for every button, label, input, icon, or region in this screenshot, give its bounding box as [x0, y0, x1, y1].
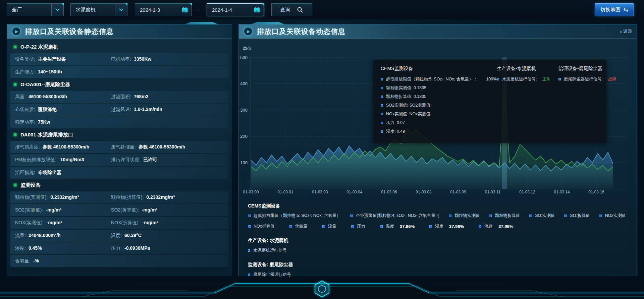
legend-item-label: NOx折算值 — [254, 224, 275, 229]
info-cell: 布袋材质:覆膜涤纶 — [15, 107, 111, 113]
info-row: 排气筒高度:参数 46100-55300m/h废气处理量:参数 46100-55… — [10, 141, 228, 153]
info-row: 颗粒物(实测值):0.2332mg/m³颗粒物(折算值):0.2332mg/m³ — [10, 191, 228, 203]
legend-item[interactable]: 流量 — [322, 224, 336, 229]
legend-item[interactable]: 压力 — [351, 224, 365, 229]
legend-cems-title: CEMS监测设备 — [248, 203, 626, 209]
info-label: 过滤面积: — [111, 94, 131, 100]
legend-item[interactable]: NOx折算值 — [248, 224, 275, 229]
blue-square-icon — [564, 215, 567, 217]
info-label: 湿度: — [15, 245, 26, 251]
legend-item[interactable]: SO:折算值 — [564, 213, 590, 219]
info-value: 参数 46100-55300m/h — [139, 144, 185, 150]
plant-select-chevron[interactable] — [51, 4, 63, 16]
info-cell: 风量:46100-55300m3/h — [15, 94, 111, 100]
legend-item[interactable]: 湿度37.96% — [429, 224, 464, 229]
blue-square-icon — [381, 78, 383, 80]
info-label: 布袋材质: — [15, 107, 35, 113]
device-select-value: 水泥磨机 — [71, 7, 115, 13]
section-header: O-DA001--磨尾除尘器 — [10, 79, 228, 90]
svg-text:01-03 16: 01-03 16 — [588, 190, 604, 194]
legend-item-label: 流速 — [484, 224, 493, 229]
device-select[interactable]: 水泥磨机 — [70, 3, 127, 16]
dynamic-panel-title: 排放口及关联设备动态信息 — [257, 27, 345, 36]
legend-signal-item[interactable]: 磨尾除尘器运行信号 — [248, 272, 626, 278]
tooltip-cems-column: CEMS监测设备 超低排放限值（颗拉物:5: SOz-; NOx; 含氧量）：1… — [381, 66, 488, 137]
info-value: 140~150t/h — [38, 69, 62, 74]
info-value: 1.0-1.2m/min — [134, 107, 162, 112]
info-row: SO2(实测值):-mg/m³SO2(折算值):-mg/m³ — [10, 204, 228, 216]
info-row: 风量:46100-55300m3/h过滤面积:768m2 — [10, 91, 228, 103]
plant-select[interactable]: 全厂 — [7, 3, 64, 16]
panel-tab-decoration — [181, 22, 222, 24]
section-bullet-icon — [13, 45, 17, 49]
chart-tooltip: CEMS监测设备 超低排放限值（颗拉物:5: SOz-; NOx; 含氧量）：1… — [373, 60, 606, 143]
legend-item[interactable]: 企业预警值(颗粒物:4; sOz-; NOx-;含氧气量:-) — [350, 213, 439, 219]
info-value: 0.2332mg/m³ — [50, 194, 79, 200]
tooltip-production-status: 正常 — [542, 76, 550, 82]
blue-square-icon — [479, 225, 481, 228]
blue-square-icon — [381, 130, 383, 133]
info-cell: 流量:24048.000m³/h — [15, 233, 111, 239]
back-link[interactable]: « 返回 — [620, 28, 632, 35]
info-label: 颗粒物(实测值): — [15, 194, 48, 200]
legend-monitor-items: 磨尾除尘器运行信号 — [248, 272, 626, 278]
tooltip-item: 湿度: 0.49 — [381, 127, 488, 136]
info-row: 含氧量:-% — [10, 255, 228, 267]
play-circle-icon: ▶ — [12, 27, 21, 36]
switch-map-label: 切换地图 — [600, 7, 621, 13]
dynamic-info-panel: ▶ 排放口及关联设备动态信息 « 返回 10020030040050001-03… — [238, 24, 637, 276]
blue-square-icon — [497, 78, 499, 80]
section-header: O-P-22 水泥磨机 — [10, 41, 228, 53]
section-header-label: 监测设备 — [20, 182, 41, 188]
static-info-panel: ▶ 排放口及关联设备静态信息 O-P-22 水泥磨机设备类型:主要生产设备电机功… — [7, 24, 232, 276]
info-value: 已许可 — [143, 157, 157, 163]
info-cell: SO2(折算值):-mg/m³ — [111, 207, 157, 213]
static-panel-title: 排放口及关联设备静态信息 — [25, 27, 114, 36]
legend-signal-label: 水泥磨机运行信号 — [253, 248, 287, 253]
section-bullet-icon — [13, 183, 17, 187]
legend-item[interactable]: 颗粒物折算值 — [489, 213, 520, 219]
legend-item[interactable]: 含氧量 — [289, 224, 308, 229]
tooltip-item: 压力: 0.07 — [381, 118, 488, 127]
legend-item-label: 温度 — [386, 224, 394, 229]
info-cell: NOX(折算值):-mg/m³ — [111, 220, 158, 226]
blue-square-icon — [381, 87, 383, 89]
start-date-input[interactable]: 2024-1-3 — [135, 3, 192, 16]
legend-item[interactable]: 流速37.96% — [479, 224, 513, 229]
info-value: 覆膜涤纶 — [38, 107, 57, 113]
legend-item-value: 37.96% — [400, 224, 415, 229]
legend-signal-item[interactable]: 水泥磨机运行信号 — [248, 248, 626, 253]
tooltip-item: 超低排放限值（颗拉物:5: SOz-; NOx; 含氧量）：100% — [381, 75, 488, 83]
device-select-chevron[interactable] — [115, 4, 127, 16]
chevron-down-icon — [55, 7, 60, 11]
legend-item[interactable]: 温度37.96% — [380, 224, 415, 229]
info-cell: 温度:60.39°C — [111, 233, 142, 239]
svg-text:400: 400 — [240, 81, 248, 86]
blue-square-icon — [248, 274, 250, 276]
legend-item[interactable]: SO:实测值 — [529, 213, 555, 219]
info-cell: 废气处理量:参数 46100-55300m/h — [111, 144, 185, 150]
svg-text:01-03 03: 01-03 03 — [312, 190, 328, 194]
info-cell: 治理措施:布袋除尘器 — [15, 170, 111, 176]
legend-item-label: NOx实测值 — [605, 213, 626, 219]
blue-square-icon — [289, 225, 292, 228]
svg-text:100: 100 — [240, 160, 248, 165]
info-value: 3350Kw — [134, 56, 151, 62]
section-header: DA001-水泥磨尾排放口 — [10, 129, 228, 140]
legend-item[interactable]: NOx实测值 — [599, 213, 626, 219]
info-cell: 颗粒物(实测值):0.2332mg/m³ — [15, 194, 111, 200]
switch-arrows-icon: ⇆ — [624, 6, 628, 13]
legend-item[interactable]: 颗粒物实测值 — [449, 213, 480, 219]
tooltip-item: 颗粒物实测值: 0.1835 — [381, 83, 488, 92]
tooltip-production-title: 生产设备-水泥磨机 — [497, 66, 550, 72]
end-date-input[interactable]: 2024-1-4 — [207, 3, 264, 16]
legend-item-label: SO:折算值 — [570, 213, 590, 219]
blue-square-icon — [351, 225, 354, 228]
switch-map-button[interactable]: 切换地图 ⇆ — [595, 3, 634, 16]
svg-text:01-03 08: 01-03 08 — [416, 190, 432, 194]
tooltip-item-label: 颗粒物折算值: 0.1835 — [386, 94, 426, 100]
query-button[interactable]: 查询 — [271, 3, 312, 16]
svg-text:01-03 06: 01-03 06 — [381, 190, 397, 194]
legend-item[interactable]: 超低排放限值（颗拉物:5: SOz-; NOx; 含氧量） — [248, 213, 341, 219]
panel-tab-decoration — [248, 22, 288, 24]
